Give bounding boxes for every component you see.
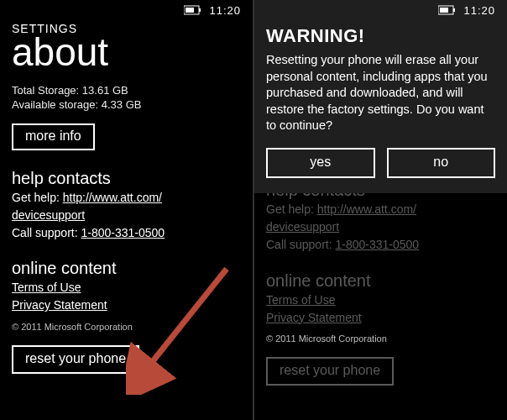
reset-phone-button[interactable]: reset your phone (12, 345, 139, 374)
reset-phone-button-dim: reset your phone (266, 357, 394, 386)
call-support-label: Call support: (12, 226, 81, 239)
get-help-link-dim: http://www.att.com/ (317, 202, 416, 216)
dimmed-background: help contacts Get help: http://www.att.c… (266, 181, 495, 386)
battery-icon (438, 5, 457, 15)
get-help-label-dim: Get help: (266, 202, 317, 216)
get-help-link[interactable]: http://www.att.com/ (63, 191, 162, 204)
get-help-link-2[interactable]: devicesupport (12, 208, 85, 222)
call-support-label-dim: Call support: (266, 238, 335, 251)
clock-text: 11:20 (209, 4, 241, 17)
no-button[interactable]: no (387, 148, 496, 178)
terms-link-dim: Terms of Use (266, 293, 335, 307)
svg-rect-6 (453, 8, 455, 12)
call-support-link[interactable]: 1-800-331-0500 (81, 226, 165, 239)
svg-rect-2 (199, 8, 201, 12)
copyright-text: © 2011 Microsoft Corporation (12, 322, 241, 332)
warning-title: WARNING! (266, 25, 495, 47)
page-title: about (12, 32, 241, 72)
status-bar: 11:20 (12, 0, 241, 20)
svg-rect-1 (186, 8, 194, 13)
get-help-label: Get help: (12, 191, 63, 204)
call-support-line: Call support: 1-800-331-0500 (12, 225, 241, 241)
help-contacts-heading: help contacts (12, 169, 241, 188)
total-storage: Total Storage: 13.61 GB (12, 84, 241, 97)
yes-button[interactable]: yes (266, 148, 375, 178)
status-bar-right: 11:20 (438, 0, 495, 20)
get-help-line: Get help: http://www.att.com/ (12, 190, 241, 206)
more-info-button[interactable]: more info (12, 123, 95, 150)
get-help-link2-dim: devicesupport (266, 220, 339, 234)
screen-about: 11:20 SETTINGS about Total Storage: 13.6… (0, 0, 253, 420)
privacy-link[interactable]: Privacy Statement (12, 298, 107, 312)
warning-body: Resetting your phone will erase all your… (266, 52, 495, 134)
warning-dialog: 11:20 WARNING! Resetting your phone will… (254, 0, 507, 193)
screen-reset-confirm: help contacts Get help: http://www.att.c… (254, 0, 507, 420)
warning-button-row: yes no (266, 148, 495, 178)
terms-link[interactable]: Terms of Use (12, 281, 81, 294)
online-content-heading: online content (12, 259, 241, 278)
call-support-link-dim: 1-800-331-0500 (335, 238, 419, 251)
online-content-heading-dim: online content (266, 271, 495, 291)
clock-text-right: 11:20 (463, 4, 495, 17)
battery-icon (184, 5, 202, 15)
available-storage: Available storage: 4.33 GB (12, 98, 241, 112)
copyright-dim: © 2011 Microsoft Corporation (266, 333, 495, 344)
svg-rect-5 (440, 8, 448, 13)
privacy-link-dim: Privacy Statement (266, 311, 362, 324)
get-help-line2: devicesupport (12, 207, 241, 223)
